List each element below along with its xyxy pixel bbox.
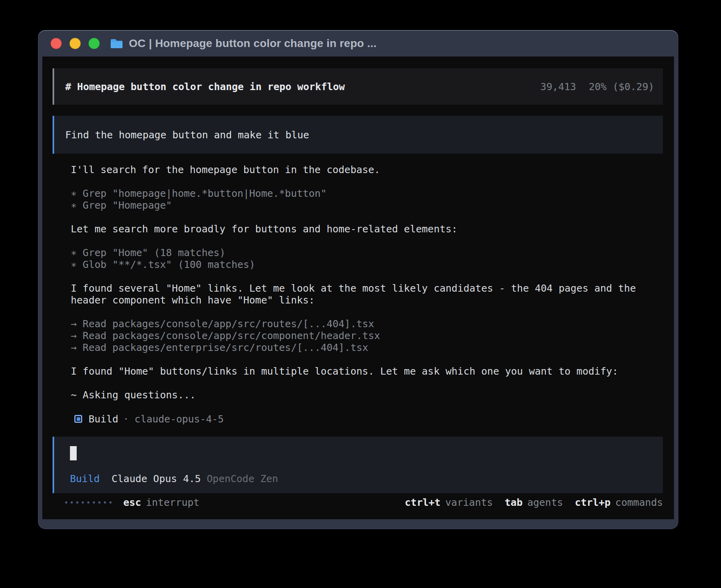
- statusbar-shortcuts: ctrl+t variants tab agents ctrl+p comman…: [393, 497, 663, 508]
- blank-line: [71, 354, 663, 366]
- tool-call-line: → Read packages/enterprise/src/routes/[.…: [71, 342, 663, 354]
- blank-line: [71, 271, 663, 283]
- tool-call-line: ∗ Grep "Home" (18 matches): [71, 247, 663, 259]
- shortcut-commands: ctrl+p commands: [575, 497, 663, 508]
- assistant-text-line: I'll search for the homepage button in t…: [71, 164, 663, 176]
- blank-line: [71, 235, 663, 247]
- assistant-text-line: I found several "Home" links. Let me loo…: [71, 283, 663, 294]
- session-header: # Homepage button color change in repo w…: [53, 68, 663, 105]
- blank-line: [71, 306, 663, 318]
- shortcut-label: variants: [445, 497, 493, 508]
- tool-call-line: ∗ Grep "homepage|home.*button|Home.*butt…: [71, 188, 663, 200]
- shortcut-key: ctrl+t: [405, 497, 440, 508]
- blank-line: [71, 377, 663, 389]
- prompt-input[interactable]: Build Claude Opus 4.5 OpenCode Zen: [53, 437, 663, 493]
- esc-key: esc: [123, 497, 141, 508]
- assistant-text-line: ~ Asking questions...: [71, 389, 663, 401]
- agent-name: Build: [89, 413, 118, 425]
- agent-model: claude-opus-4-5: [134, 413, 224, 425]
- agent-badge-icon: [74, 415, 82, 423]
- user-message: Find the homepage button and make it blu…: [53, 116, 663, 154]
- shortcut-variants: ctrl+t variants: [405, 497, 493, 508]
- window-controls: [51, 38, 100, 49]
- window-title: OC | Homepage button color change in rep…: [129, 37, 377, 50]
- shortcut-key: tab: [505, 497, 523, 508]
- esc-key-label: interrupt: [146, 497, 199, 508]
- window-titlebar: OC | Homepage button color change in rep…: [38, 30, 678, 57]
- text-cursor: [70, 446, 77, 460]
- assistant-text-line: Let me search more broadly for buttons a…: [71, 223, 663, 235]
- session-context-cost: 20% ($0.29): [589, 81, 654, 92]
- tool-call-line: ∗ Grep "Homepage": [71, 200, 663, 211]
- session-token-count: 39,413: [540, 81, 576, 92]
- dot-separator: ·: [123, 413, 129, 425]
- composer-provider: OpenCode Zen: [207, 473, 278, 484]
- minimize-button[interactable]: [70, 38, 81, 49]
- folder-icon: [110, 38, 123, 49]
- agent-status-row: Build · claude-opus-4-5: [71, 413, 663, 425]
- status-bar: esc interrupt ctrl+t variants tab agents…: [53, 496, 663, 508]
- session-title: # Homepage button color change in repo w…: [65, 81, 345, 92]
- shortcut-label: agents: [527, 497, 563, 508]
- agent-badge-dot: [77, 417, 80, 421]
- blank-line: [71, 401, 663, 413]
- shortcut-key: ctrl+p: [575, 497, 610, 508]
- zoom-button[interactable]: [89, 38, 100, 49]
- assistant-text-line: I found "Home" buttons/links in multiple…: [71, 366, 663, 377]
- close-button[interactable]: [51, 38, 62, 49]
- composer-model: Claude Opus 4.5: [111, 473, 201, 484]
- shortcut-agents: tab agents: [505, 497, 563, 508]
- spinner-dots: [65, 501, 111, 503]
- composer-mode-label: Build: [70, 473, 100, 484]
- assistant-text-line: header component which have "Home" links…: [71, 294, 663, 306]
- shortcut-label: commands: [615, 497, 663, 508]
- tool-call-line: → Read packages/console/app/src/componen…: [71, 330, 663, 342]
- assistant-transcript: I'll search for the homepage button in t…: [71, 164, 663, 425]
- blank-line: [71, 211, 663, 223]
- terminal-window: OC | Homepage button color change in rep…: [38, 30, 678, 529]
- terminal-content: # Homepage button color change in repo w…: [42, 57, 674, 519]
- blank-line: [71, 176, 663, 188]
- session-stats: 39,413 20% ($0.29): [540, 81, 654, 92]
- tool-call-line: → Read packages/console/app/src/routes/[…: [71, 318, 663, 330]
- composer-meta: Build Claude Opus 4.5 OpenCode Zen: [70, 473, 278, 484]
- tool-call-line: ∗ Glob "**/*.tsx" (100 matches): [71, 259, 663, 271]
